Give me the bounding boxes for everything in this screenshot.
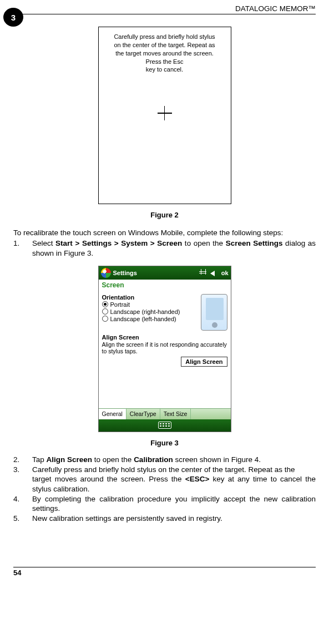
- text: to open the: [182, 239, 225, 247]
- signal-icon[interactable]: [199, 269, 207, 277]
- wm-status-icons: ok: [199, 269, 229, 277]
- volume-icon[interactable]: [210, 269, 218, 277]
- tab-general[interactable]: General: [99, 409, 126, 419]
- text: target moves around the screen. Press th…: [32, 475, 185, 483]
- figure-3-wrap: Settings ok Screen Orientation Portrait: [13, 266, 316, 432]
- calib-line: Carefully press and briefly hold stylus: [114, 33, 215, 41]
- step-1: 1. Select Start > Settings > System > Sc…: [13, 239, 316, 258]
- bold-text: Start > Settings > System > Screen: [55, 239, 182, 247]
- chapter-number: 3: [11, 13, 16, 22]
- wm-tabs: General ClearType Text Size: [99, 408, 231, 419]
- radio-icon: [102, 316, 108, 322]
- intro-paragraph: To recalibrate the touch screen on Windo…: [13, 228, 316, 237]
- wm-title: Settings: [113, 270, 197, 276]
- calib-line: the target moves around the screen.: [114, 49, 215, 58]
- radio-icon: [102, 308, 108, 315]
- tab-cleartype[interactable]: ClearType: [126, 409, 160, 419]
- radio-portrait[interactable]: Portrait: [102, 301, 198, 308]
- text: Tap: [32, 455, 47, 464]
- start-flag-icon[interactable]: [101, 268, 111, 278]
- step-4: 4. By completing the calibration procedu…: [13, 494, 316, 514]
- calib-line: key to cancel.: [114, 65, 215, 74]
- bold-text: Screen Settings: [226, 239, 283, 247]
- orientation-heading: Orientation: [102, 294, 198, 301]
- step-3: 3. Carefully press and briefly hold styl…: [13, 465, 316, 494]
- step-2: 2. Tap Align Screen to open the Calibrat…: [13, 455, 316, 464]
- page-number: 54: [13, 569, 21, 577]
- align-screen-heading: Align Screen: [102, 334, 227, 341]
- wm-bottom-bar: [99, 419, 231, 432]
- radio-landscape-left[interactable]: Landscape (left-handed): [102, 316, 198, 322]
- figure-3-caption: Figure 3: [13, 439, 316, 447]
- wm-body: Orientation Portrait Landscape (right-ha…: [99, 291, 231, 408]
- radio-label: Landscape (left-handed): [110, 316, 176, 322]
- step-body: New calibration settings are persistentl…: [32, 514, 316, 523]
- calibration-screen: Carefully press and briefly hold stylus …: [98, 27, 231, 204]
- figure-2-caption: Figure 2: [13, 211, 316, 219]
- text: Select: [32, 239, 55, 247]
- radio-label: Landscape (right-handed): [110, 308, 180, 315]
- step-body: Select Start > Settings > System > Scree…: [32, 239, 316, 258]
- step-number: 5.: [13, 514, 32, 523]
- step-body: Tap Align Screen to open the Calibration…: [32, 455, 316, 464]
- radio-icon: [102, 301, 108, 307]
- step-number: 3.: [13, 465, 32, 494]
- wm-titlebar: Settings ok: [99, 266, 231, 280]
- product-name: DATALOGIC MEMOR™: [235, 4, 316, 13]
- align-screen-description: Align the screen if it is not responding…: [102, 341, 227, 355]
- step-number: 2.: [13, 455, 32, 464]
- text: Carefully press and briefly hold stylus …: [32, 465, 295, 474]
- step-5: 5. New calibration settings are persiste…: [13, 514, 316, 523]
- device-preview-icon: [201, 294, 227, 331]
- step-number: 1.: [13, 239, 32, 258]
- text: to open the: [92, 455, 134, 464]
- windows-mobile-settings-screen: Settings ok Screen Orientation Portrait: [98, 266, 231, 432]
- keyboard-icon[interactable]: [158, 422, 171, 429]
- footer: 54: [13, 567, 316, 577]
- step-number: 4.: [13, 494, 32, 514]
- radio-label: Portrait: [110, 301, 130, 308]
- bold-text: Align Screen: [47, 455, 93, 464]
- calibration-instructions: Carefully press and briefly hold stylus …: [114, 33, 215, 74]
- crosshair-icon: [158, 106, 172, 120]
- calib-line: Press the Esc: [114, 58, 215, 66]
- step-list-2: 2. Tap Align Screen to open the Calibrat…: [13, 455, 316, 524]
- ok-button[interactable]: ok: [221, 270, 229, 276]
- step-body: Carefully press and briefly hold stylus …: [32, 465, 316, 494]
- bold-text: <ESC>: [185, 475, 210, 483]
- step-list-1: 1. Select Start > Settings > System > Sc…: [13, 239, 316, 258]
- bold-text: Calibration: [134, 455, 173, 464]
- calib-line: on the center of the target. Repeat as: [114, 41, 215, 49]
- figure-2-wrap: Carefully press and briefly hold stylus …: [13, 27, 316, 204]
- align-screen-button[interactable]: Align Screen: [181, 357, 227, 367]
- page-header: DATALOGIC MEMOR™: [13, 0, 316, 14]
- radio-landscape-right[interactable]: Landscape (right-handed): [102, 308, 198, 315]
- tab-textsize[interactable]: Text Size: [160, 409, 191, 419]
- wm-screen-subtitle: Screen: [99, 280, 231, 291]
- step-body: By completing the calibration procedure …: [32, 494, 316, 514]
- chapter-tab-badge: 3: [3, 8, 23, 27]
- text: screen shown in Figure 4.: [173, 455, 261, 464]
